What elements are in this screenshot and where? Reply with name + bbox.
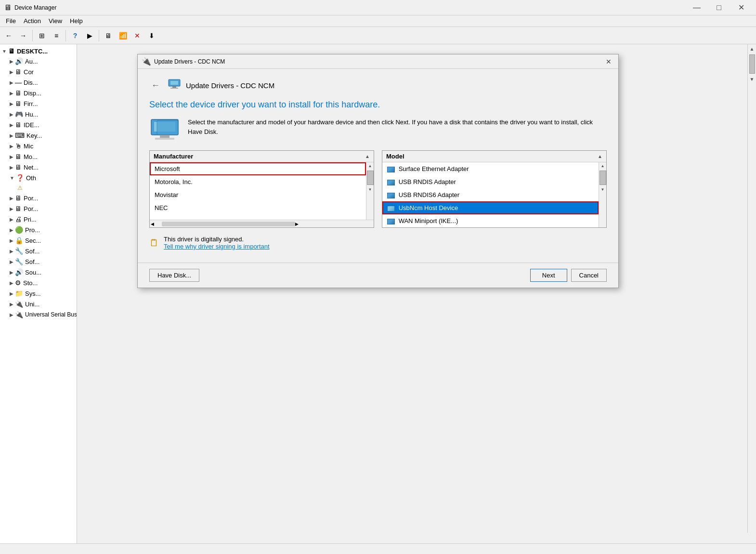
model-label: UsbNcm Host Device	[399, 204, 458, 211]
model-scrollbar: ▲ ▼	[599, 162, 606, 227]
signed-link[interactable]: Tell me why driver signing is important	[164, 243, 270, 250]
dialog-network-icon	[168, 79, 181, 92]
cancel-button[interactable]: Cancel	[571, 269, 607, 282]
h-scroll-thumb[interactable]	[162, 222, 295, 226]
model-label: USB RNDIS6 Adapter	[399, 191, 459, 198]
toolbar-separator-1	[32, 30, 33, 41]
help-button[interactable]: ?	[68, 29, 82, 42]
app-title: Device Manager	[14, 4, 686, 11]
scroll-down[interactable]: ▼	[749, 76, 756, 83]
signed-row: 🗒 This driver is digitally signed. Tell …	[149, 236, 607, 250]
app-icon: 🖥	[4, 3, 12, 12]
svg-rect-2	[172, 86, 176, 88]
dialog-overlay: 🔌 Update Drivers - CDC NCM ✕ ←	[0, 44, 756, 543]
scan-button[interactable]: ▶	[83, 29, 96, 42]
model-item-rndis[interactable]: USB RNDIS Adapter	[382, 175, 599, 188]
scroll-down-arrow[interactable]: ▼	[601, 186, 605, 193]
manufacturer-item-motorola[interactable]: Motorola, Inc.	[150, 175, 366, 188]
model-label: WAN Miniport (IKE...)	[399, 217, 458, 224]
footer-right: Next Cancel	[203, 269, 607, 282]
dialog-footer: Have Disk... Next Cancel	[138, 263, 618, 288]
dialog-header: ← Update Drivers - CDC NCM	[149, 79, 607, 92]
model-item-usbncm[interactable]: UsbNcm Host Device	[382, 201, 599, 214]
dialog-title-text: Update Drivers - CDC NCM	[154, 58, 603, 65]
manufacturer-list-box: Manufacturer ▲ Microsoft Motorola, Inc. …	[149, 150, 374, 228]
dialog-title-bar: 🔌 Update Drivers - CDC NCM ✕	[138, 54, 618, 69]
model-header: Model ▲	[382, 151, 606, 162]
show-properties-button[interactable]: ⊞	[35, 29, 49, 42]
manufacturer-header-label: Manufacturer	[154, 153, 193, 160]
manufacturer-items: Microsoft Motorola, Inc. Movistar NEC	[150, 162, 366, 220]
window-controls: — □ ✕	[686, 0, 752, 15]
model-icon	[387, 167, 395, 172]
select-heading: Select the device driver you want to ins…	[149, 100, 607, 110]
menu-bar: File Action View Help	[0, 15, 756, 27]
scroll-thumb[interactable]	[600, 171, 606, 185]
svg-rect-1	[170, 81, 178, 85]
model-item-wan[interactable]: WAN Miniport (IKE...)	[382, 214, 599, 227]
model-icon	[387, 193, 395, 198]
dialog-title-icon: 🔌	[142, 57, 151, 66]
remove-button[interactable]: ✕	[130, 29, 144, 42]
lists-area: Manufacturer ▲ Microsoft Motorola, Inc. …	[149, 150, 607, 228]
add-driver-button[interactable]: 📶	[116, 29, 130, 42]
h-scroll-left[interactable]: ◀	[151, 222, 154, 226]
manufacturer-item-movistar[interactable]: Movistar	[150, 188, 366, 201]
model-item-surface[interactable]: Surface Ethernet Adapter	[382, 162, 599, 175]
next-button[interactable]: Next	[530, 269, 567, 282]
maximize-button[interactable]: □	[708, 0, 730, 15]
menu-help[interactable]: Help	[66, 16, 87, 26]
model-scroll-up[interactable]: ▲	[598, 154, 602, 159]
manufacturer-item-microsoft[interactable]: Microsoft	[150, 162, 366, 175]
update-driver-button[interactable]: ≡	[50, 29, 63, 42]
model-label: Surface Ethernet Adapter	[399, 165, 469, 172]
dialog-content: ← Update Drivers - CDC NCM Select the de…	[138, 69, 618, 263]
toolbar-separator-3	[99, 30, 99, 41]
model-icon	[387, 180, 395, 185]
model-label: USB RNDIS Adapter	[399, 178, 456, 185]
manufacturer-item-nec[interactable]: NEC	[150, 201, 366, 214]
manufacturer-scroll-up[interactable]: ▲	[365, 154, 370, 159]
computer-button[interactable]: 🖥	[102, 29, 115, 42]
close-button[interactable]: ✕	[730, 0, 752, 15]
manufacturer-hscroll: ◀ ▶	[150, 220, 374, 227]
dialog-title-main: Update Drivers - CDC NCM	[186, 81, 274, 90]
signed-icon: 🗒	[149, 237, 159, 249]
signed-text: This driver is digitally signed.	[164, 236, 270, 243]
scroll-down-arrow[interactable]: ▼	[368, 186, 372, 193]
model-items: Surface Ethernet Adapter USB RNDIS Adapt…	[382, 162, 599, 227]
dialog-back-button[interactable]: ←	[149, 79, 162, 92]
scroll-thumb[interactable]	[749, 54, 755, 74]
model-icon	[387, 219, 395, 224]
info-text: Select the manufacturer and model of you…	[188, 118, 607, 136]
download-button[interactable]: ⬇	[145, 29, 158, 42]
update-drivers-dialog: 🔌 Update Drivers - CDC NCM ✕ ←	[137, 54, 619, 288]
model-item-rndis6[interactable]: USB RNDIS6 Adapter	[382, 188, 599, 201]
status-bar	[0, 543, 756, 554]
scroll-up[interactable]: ▲	[749, 45, 756, 53]
dialog-close-button[interactable]: ✕	[603, 56, 614, 67]
svg-rect-7	[155, 138, 174, 140]
info-network-icon	[149, 118, 180, 141]
model-list-box: Model ▲ Surface Ethernet Adapter	[382, 150, 607, 228]
menu-action[interactable]: Action	[20, 16, 45, 26]
back-button[interactable]: ←	[2, 29, 15, 42]
minimize-button[interactable]: —	[686, 0, 708, 15]
scroll-up-arrow[interactable]: ▲	[601, 162, 605, 170]
scroll-thumb[interactable]	[367, 171, 374, 185]
svg-rect-3	[170, 88, 178, 89]
forward-button[interactable]: →	[16, 29, 30, 42]
toolbar: ← → ⊞ ≡ ? ▶ 🖥 📶 ✕ ⬇	[0, 27, 756, 44]
info-row: Select the manufacturer and model of you…	[149, 118, 607, 141]
manufacturer-scrollbar: ▲ ▼	[366, 162, 374, 220]
toolbar-separator-2	[65, 30, 66, 41]
menu-file[interactable]: File	[2, 16, 20, 26]
main-scrollbar: ▲ ▼	[747, 44, 756, 533]
scroll-up-arrow[interactable]: ▲	[368, 162, 372, 170]
have-disk-button[interactable]: Have Disk...	[149, 269, 199, 282]
title-bar: 🖥 Device Manager — □ ✕	[0, 0, 756, 15]
h-scroll-right[interactable]: ▶	[295, 222, 299, 226]
menu-view[interactable]: View	[45, 16, 66, 26]
svg-rect-8	[157, 120, 178, 135]
main-area: ▼ 🖥 DESKTC... ▶ 🔊 Au... ▶ 🖥 Cor ▶ — Dis.…	[0, 44, 756, 543]
